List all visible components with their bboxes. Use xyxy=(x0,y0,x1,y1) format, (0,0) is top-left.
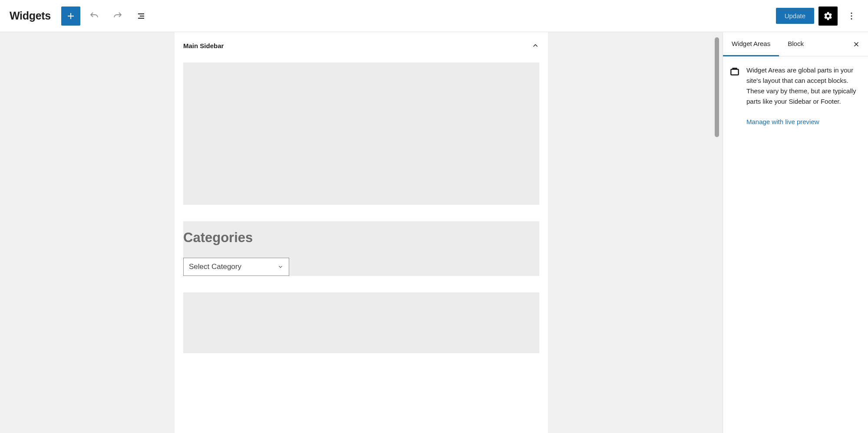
update-button[interactable]: Update xyxy=(776,8,814,24)
editor-main: Main Sidebar Categories Select Category xyxy=(0,32,868,433)
list-view-icon xyxy=(136,11,146,21)
widget-areas-icon xyxy=(729,66,740,77)
settings-sidebar: Widget Areas Block Widget Areas are glob… xyxy=(723,32,868,433)
category-select[interactable]: Select Category xyxy=(183,258,289,276)
widget-area-panel: Main Sidebar Categories Select Category xyxy=(175,32,548,433)
scrollbar-thumb[interactable] xyxy=(715,37,719,137)
gear-icon xyxy=(823,11,833,21)
widget-block-placeholder[interactable] xyxy=(183,62,539,205)
toolbar-left: Widgets xyxy=(10,7,151,26)
more-vertical-icon xyxy=(847,11,856,21)
chevron-down-icon xyxy=(277,264,284,270)
widget-area-body: Categories Select Category xyxy=(175,62,548,353)
add-block-button[interactable] xyxy=(61,7,80,26)
redo-icon xyxy=(112,11,123,21)
sidebar-content: Widget Areas are global parts in your si… xyxy=(746,65,862,125)
category-select-value: Select Category xyxy=(189,262,241,271)
close-icon xyxy=(852,40,860,48)
settings-button[interactable] xyxy=(818,7,838,26)
options-button[interactable] xyxy=(842,7,861,26)
page-title: Widgets xyxy=(10,10,51,22)
categories-heading: Categories xyxy=(183,221,539,258)
toolbar-right: Update xyxy=(776,7,865,26)
sidebar-body: Widget Areas are global parts in your si… xyxy=(723,56,868,134)
widget-area-title: Main Sidebar xyxy=(183,42,224,49)
plus-icon xyxy=(66,11,76,21)
sidebar-tabs: Widget Areas Block xyxy=(723,32,868,56)
svg-rect-3 xyxy=(731,69,738,75)
manage-live-preview-link[interactable]: Manage with live preview xyxy=(746,118,862,125)
undo-icon xyxy=(89,11,99,21)
svg-point-1 xyxy=(851,15,852,16)
close-sidebar-button[interactable] xyxy=(848,40,865,48)
redo-button[interactable] xyxy=(108,7,127,26)
widget-area-header[interactable]: Main Sidebar xyxy=(175,32,548,62)
tab-widget-areas[interactable]: Widget Areas xyxy=(723,32,779,56)
widget-areas-description: Widget Areas are global parts in your si… xyxy=(746,65,862,107)
widget-block-categories[interactable]: Categories Select Category xyxy=(183,221,539,276)
document-overview-button[interactable] xyxy=(132,7,151,26)
editor-toolbar: Widgets Upd xyxy=(0,0,868,32)
svg-point-0 xyxy=(851,13,852,14)
widget-block-placeholder[interactable] xyxy=(183,292,539,353)
chevron-up-icon xyxy=(531,42,539,49)
editor-canvas[interactable]: Main Sidebar Categories Select Category xyxy=(0,32,723,433)
undo-button[interactable] xyxy=(85,7,104,26)
tab-block[interactable]: Block xyxy=(779,32,812,56)
svg-point-2 xyxy=(851,18,852,19)
